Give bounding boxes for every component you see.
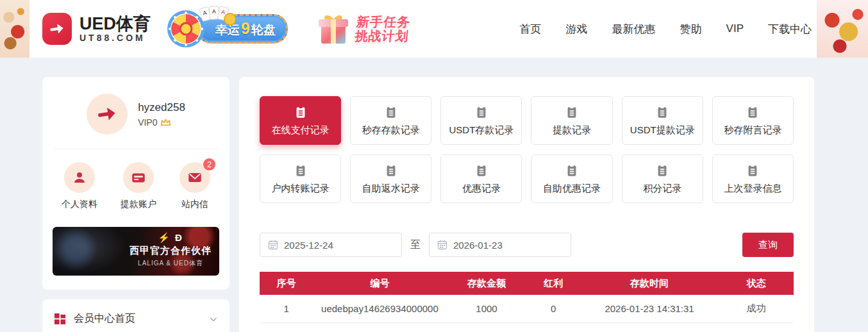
record-tabs: 在线支付记录 秒存存款记录 USDT存款记录 提款记录 USDT提款记录 秒存附… — [260, 96, 794, 203]
calendar-icon — [268, 240, 278, 250]
quick-link-label: 站内信 — [181, 199, 208, 210]
nav-item-games[interactable]: 游戏 — [566, 22, 588, 37]
tab-internal-transfer-records[interactable]: 户内转账记录 — [260, 154, 341, 203]
nav-item-download[interactable]: 下载中心 — [768, 22, 812, 37]
col-header-status: 状态 — [719, 272, 794, 295]
grid-icon — [54, 313, 66, 325]
member-menu-card: 会员中心首页 — [42, 299, 230, 332]
banner-subtitle: LALIGA & UED体育 — [129, 259, 212, 268]
col-header-index: 序号 — [260, 272, 313, 295]
main-nav: 首页 游戏 最新优惠 赞助 VIP 下载中心 — [520, 22, 812, 37]
tab-withdrawal-records[interactable]: 提款记录 — [531, 96, 612, 145]
unread-badge: 2 — [203, 158, 215, 170]
nav-item-home[interactable]: 首页 — [520, 22, 542, 37]
content-wrap: hyzed258 VIP0 个人资料 — [0, 58, 868, 332]
chevron-down-icon[interactable] — [209, 315, 218, 324]
top-header: UED体育 UT88.COM A — [0, 0, 868, 58]
menu-item-label: 会员中心首页 — [74, 312, 135, 326]
mail-icon — [187, 169, 203, 186]
nav-item-sponsor[interactable]: 赞助 — [680, 22, 702, 37]
promo-lucky-wheel[interactable]: A A A 幸运 9 轮盘 — [166, 9, 288, 49]
banner-title: 西甲官方合作伙伴 — [129, 245, 212, 257]
col-header-amount: 存款金额 — [447, 272, 527, 295]
tab-promo-records[interactable]: 优惠记录 — [440, 154, 522, 203]
date-from-input[interactable]: 2025-12-24 — [260, 233, 402, 257]
search-button[interactable]: 查询 — [742, 233, 794, 257]
newbie-task-line1: 新手任务 — [356, 15, 411, 29]
menu-item-member-home[interactable]: 会员中心首页 — [54, 312, 218, 326]
festive-mascot-left — [0, 0, 29, 58]
logo-title: UED体育 — [79, 15, 151, 33]
crown-icon — [160, 118, 171, 127]
tab-instant-deposit-records[interactable]: 秒存存款记录 — [350, 96, 431, 145]
col-header-time: 存款时间 — [580, 272, 719, 295]
username: hyzed258 — [138, 101, 185, 114]
cell-bonus: 0 — [526, 295, 580, 322]
avatar-logo-icon — [96, 103, 118, 125]
cell-index: 1 — [260, 295, 313, 322]
bank-card-icon — [130, 169, 147, 186]
col-header-number: 编号 — [313, 272, 446, 295]
festive-mascot-right — [817, 0, 868, 58]
user-icon — [72, 170, 87, 185]
date-to-input[interactable]: 2026-01-23 — [429, 233, 571, 257]
date-filter-bar: 2025-12-24 至 2026-01-23 查询 — [260, 233, 794, 257]
banner-logos: ⚡ Ð — [129, 232, 212, 244]
records-panel: 在线支付记录 秒存存款记录 USDT存款记录 提款记录 USDT提款记录 秒存附… — [239, 77, 814, 332]
logo-subtitle: UT88.COM — [79, 33, 151, 43]
nav-item-vip[interactable]: VIP — [726, 22, 744, 35]
tab-usdt-withdrawal-records[interactable]: USDT提款记录 — [622, 96, 703, 145]
table-header-row: 序号 编号 存款金额 红利 存款时间 状态 — [260, 272, 794, 295]
tab-instant-memo-records[interactable]: 秒存附言记录 — [712, 96, 794, 145]
user-row: hyzed258 VIP0 — [53, 94, 219, 135]
avatar[interactable] — [87, 94, 128, 135]
user-info: hyzed258 VIP0 — [138, 101, 185, 128]
cell-time: 2026-01-23 14:31:31 — [580, 295, 719, 322]
laliga-partner-banner[interactable]: ⚡ Ð 西甲官方合作伙伴 LALIGA & UED体育 — [53, 227, 219, 276]
pill-number: 9 — [241, 19, 250, 38]
tab-points-records[interactable]: 积分记录 — [622, 154, 703, 203]
date-from-value: 2025-12-24 — [284, 240, 333, 251]
col-header-bonus: 红利 — [526, 272, 580, 295]
date-separator: 至 — [410, 238, 421, 252]
quick-links: 个人资料 提款账户 2 站内信 — [53, 162, 219, 210]
calendar-icon — [437, 240, 447, 250]
quick-link-messages[interactable]: 2 站内信 — [179, 162, 210, 210]
profile-card: hyzed258 VIP0 个人资料 — [42, 77, 230, 290]
newbie-task-line2: 挑战计划 — [355, 29, 410, 43]
quick-link-label: 提款账户 — [121, 199, 156, 210]
banner-text: ⚡ Ð 西甲官方合作伙伴 LALIGA & UED体育 — [129, 232, 212, 268]
logo-text: UED体育 UT88.COM — [79, 15, 151, 43]
cell-amount: 1000 — [447, 295, 527, 322]
vip-label: VIP0 — [138, 117, 157, 128]
quick-link-profile[interactable]: 个人资料 — [62, 162, 97, 210]
table-row: 1 uedebpay14626934000000 1000 0 2026-01-… — [260, 295, 794, 322]
giftbox-icon — [315, 10, 352, 47]
tab-online-payment-records[interactable]: 在线支付记录 — [260, 96, 341, 145]
site-logo[interactable]: UED体育 UT88.COM — [42, 13, 151, 45]
vip-level: VIP0 — [138, 117, 185, 128]
logo-arrow-icon — [42, 13, 72, 45]
sidebar: hyzed258 VIP0 个人资料 — [42, 77, 230, 332]
svg-text:A: A — [212, 8, 216, 15]
promo-newbie-task[interactable]: 新手任务 挑战计划 — [315, 10, 410, 47]
newbie-task-text: 新手任务 挑战计划 — [355, 15, 412, 43]
cell-number: uedebpay14626934000000 — [313, 295, 446, 322]
divider — [54, 149, 218, 149]
tab-last-login-info[interactable]: 上次登录信息 — [712, 154, 794, 203]
records-table: 序号 编号 存款金额 红利 存款时间 状态 1 uedebpay14626934… — [260, 272, 794, 323]
nav-item-promotions[interactable]: 最新优惠 — [612, 22, 656, 37]
date-to-value: 2026-01-23 — [453, 240, 503, 251]
pill-suffix: 轮盘 — [251, 22, 276, 38]
tab-self-promo-records[interactable]: 自助优惠记录 — [531, 154, 612, 203]
quick-link-label: 个人资料 — [62, 199, 97, 210]
wheel-icon — [166, 9, 206, 49]
quick-link-withdraw-account[interactable]: 提款账户 — [121, 162, 156, 210]
cell-status: 成功 — [719, 295, 794, 322]
tab-self-rebate-records[interactable]: 自助返水记录 — [350, 154, 431, 203]
tab-usdt-deposit-records[interactable]: USDT存款记录 — [440, 96, 522, 145]
